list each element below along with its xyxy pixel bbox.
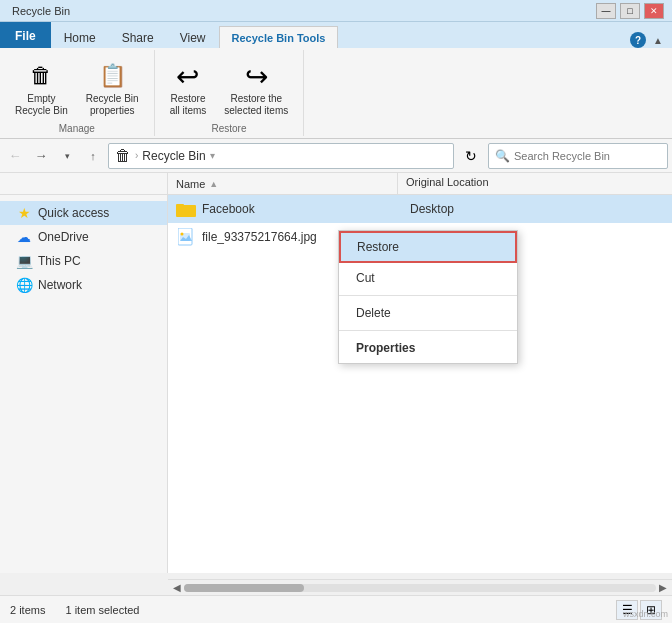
folder-icon — [176, 199, 196, 219]
empty-recycle-bin-button[interactable]: 🗑 EmptyRecycle Bin — [8, 56, 75, 121]
network-icon: 🌐 — [16, 277, 32, 293]
column-location-header[interactable]: Original Location — [398, 173, 497, 194]
ribbon-group-manage: 🗑 EmptyRecycle Bin 📋 Recycle Binproperti… — [0, 50, 155, 136]
main-area: ★ Quick access ☁ OneDrive 💻 This PC 🌐 Ne… — [0, 195, 672, 573]
tab-recycle-bin-tools[interactable]: Recycle Bin Tools — [219, 26, 339, 48]
recycle-bin-properties-button[interactable]: 📋 Recycle Binproperties — [79, 56, 146, 121]
file-name-facebook: Facebook — [202, 202, 402, 216]
properties-icon: 📋 — [96, 60, 128, 92]
properties-label: Recycle Binproperties — [86, 93, 139, 117]
context-menu-cut[interactable]: Cut — [339, 263, 517, 293]
thispc-icon: 💻 — [16, 253, 32, 269]
context-menu-properties[interactable]: Properties — [339, 333, 517, 363]
sidebar-item-quick-access[interactable]: ★ Quick access — [0, 201, 167, 225]
search-icon: 🔍 — [495, 149, 510, 163]
close-button[interactable]: ✕ — [644, 3, 664, 19]
help-button[interactable]: ? — [630, 32, 646, 48]
up-button[interactable]: ↑ — [82, 145, 104, 167]
restore-selected-label: Restore theselected items — [224, 93, 288, 117]
restore-all-label: Restoreall items — [170, 93, 207, 117]
sidebar-item-onedrive[interactable]: ☁ OneDrive — [0, 225, 167, 249]
empty-recycle-bin-label: EmptyRecycle Bin — [15, 93, 68, 117]
restore-selected-button[interactable]: ↪ Restore theselected items — [217, 56, 295, 121]
sidebar-label-network: Network — [38, 278, 82, 292]
address-bar: ← → ▾ ↑ 🗑 › Recycle Bin ▾ ↻ 🔍 — [0, 139, 672, 173]
sidebar-label-quick-access: Quick access — [38, 206, 109, 220]
empty-recycle-bin-icon: 🗑 — [25, 60, 57, 92]
restore-group-label: Restore — [211, 121, 246, 134]
search-box[interactable]: 🔍 — [488, 143, 668, 169]
svg-rect-1 — [176, 204, 184, 207]
ribbon-tabs-row: File Home Share View Recycle Bin Tools ?… — [0, 22, 672, 48]
context-menu: Restore Cut Delete Properties — [338, 230, 518, 364]
tab-file[interactable]: File — [0, 22, 51, 48]
sidebar-item-thispc[interactable]: 💻 This PC — [0, 249, 167, 273]
watermark: wsxdn.com — [623, 609, 668, 619]
scroll-right-button[interactable]: ▶ — [656, 581, 670, 595]
address-path-text: Recycle Bin — [142, 149, 205, 163]
context-menu-delete[interactable]: Delete — [339, 298, 517, 328]
onedrive-icon: ☁ — [16, 229, 32, 245]
maximize-button[interactable]: □ — [620, 3, 640, 19]
title-bar-text: Recycle Bin — [4, 5, 70, 17]
context-menu-restore[interactable]: Restore — [339, 231, 517, 263]
status-selected-count: 1 item selected — [65, 604, 139, 616]
status-bar: 2 items 1 item selected ☰ ⊞ — [0, 595, 672, 623]
scroll-track[interactable] — [184, 584, 656, 592]
title-bar: Recycle Bin — □ ✕ — [0, 0, 672, 22]
tab-home[interactable]: Home — [51, 26, 109, 48]
scroll-left-button[interactable]: ◀ — [170, 581, 184, 595]
sort-icon: ▲ — [209, 179, 218, 189]
sidebar-header-spacer — [0, 173, 168, 194]
recent-locations-button[interactable]: ▾ — [56, 145, 78, 167]
forward-button[interactable]: → — [30, 145, 52, 167]
sidebar-label-onedrive: OneDrive — [38, 230, 89, 244]
column-header-row: Name ▲ Original Location — [0, 173, 672, 195]
collapse-ribbon-button[interactable]: ▲ — [650, 32, 666, 48]
svg-point-5 — [181, 232, 184, 235]
manage-group-label: Manage — [59, 121, 95, 134]
address-path[interactable]: 🗑 › Recycle Bin ▾ — [108, 143, 454, 169]
minimize-button[interactable]: — — [596, 3, 616, 19]
ribbon-group-restore: ↩ Restoreall items ↪ Restore theselected… — [155, 50, 305, 136]
column-name-header[interactable]: Name ▲ — [168, 173, 398, 194]
context-menu-separator — [339, 295, 517, 296]
address-chevron: › — [135, 150, 138, 161]
file-location-facebook: Desktop — [402, 202, 454, 216]
quick-access-icon: ★ — [16, 205, 32, 221]
tab-view[interactable]: View — [167, 26, 219, 48]
back-button[interactable]: ← — [4, 145, 26, 167]
sidebar-item-network[interactable]: 🌐 Network — [0, 273, 167, 297]
ribbon-content: 🗑 EmptyRecycle Bin 📋 Recycle Binproperti… — [0, 48, 672, 139]
table-row[interactable]: Facebook Desktop — [168, 195, 672, 223]
sidebar: ★ Quick access ☁ OneDrive 💻 This PC 🌐 Ne… — [0, 195, 168, 573]
scroll-thumb[interactable] — [184, 584, 304, 592]
search-input[interactable] — [514, 150, 661, 162]
address-recycle-icon: 🗑 — [115, 147, 131, 165]
restore-all-icon: ↩ — [172, 60, 204, 92]
image-file-icon — [176, 227, 196, 247]
status-items-count: 2 items — [10, 604, 45, 616]
refresh-button[interactable]: ↻ — [458, 143, 484, 169]
restore-all-items-button[interactable]: ↩ Restoreall items — [163, 56, 214, 121]
restore-selected-icon: ↪ — [240, 60, 272, 92]
horizontal-scrollbar[interactable]: ◀ ▶ — [168, 579, 672, 595]
context-menu-separator-2 — [339, 330, 517, 331]
tab-share[interactable]: Share — [109, 26, 167, 48]
sidebar-label-thispc: This PC — [38, 254, 81, 268]
address-dropdown-icon[interactable]: ▾ — [210, 150, 215, 161]
